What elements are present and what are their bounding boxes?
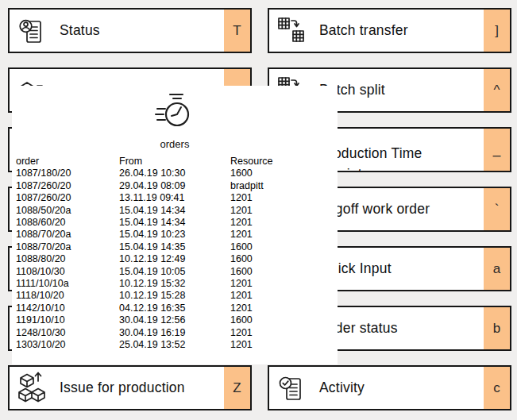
orders-table-row[interactable]: 1248/10/3030.04.19 16:191201 [16, 327, 334, 339]
orders-table-cell: 1201 [230, 339, 334, 351]
order-status-shortcut-badge: b [484, 307, 510, 349]
orders-table-row[interactable]: 1087/180/2026.04.19 10:301600 [16, 168, 334, 179]
stopwatch-icon [155, 92, 195, 135]
activity-check-icon [278, 375, 307, 402]
orders-table-row[interactable]: 1088/70/20a15.04.19 10:231201 [16, 229, 334, 241]
orders-table-cell: 15.04.19 10:23 [119, 229, 230, 241]
orders-table-cell: 1088/80/20 [16, 253, 119, 265]
orders-table-cell: 10.12.19 15:32 [119, 278, 230, 290]
orders-table-row[interactable]: 1087/260/2029.04.19 08:09bradpitt [16, 180, 334, 192]
orders-table-cell: 1201 [230, 290, 334, 302]
orders-popup-header: orders [12, 92, 338, 150]
status-contact-icon [18, 17, 47, 44]
orders-table-cell: 1087/260/20 [16, 180, 119, 192]
orders-table-cell: 1111/10/10a [16, 278, 119, 290]
orders-table-cell: 10.12.19 12:49 [119, 253, 230, 265]
orders-table-cell: 1600 [230, 266, 334, 278]
activity-label: Activity [319, 380, 365, 396]
orders-table-cell: 10.12.19 15:28 [119, 290, 230, 302]
orders-popup: orders order From Resource 1087/180/2026… [12, 86, 338, 364]
orders-table-row[interactable]: 1108/10/3015.04.19 10:051600 [16, 266, 334, 278]
orders-table-header: order From Resource [16, 156, 334, 168]
orders-popup-title: orders [160, 138, 190, 150]
column-header-from: From [119, 156, 230, 168]
orders-table-row[interactable]: 1088/70/20a15.04.19 14:351600 [16, 241, 334, 253]
orders-table-cell: 15.04.19 14:35 [119, 241, 230, 253]
orders-table-row[interactable]: 1142/10/1004.12.19 16:351201 [16, 302, 334, 314]
orders-table-cell: bradpitt [230, 180, 334, 192]
orders-table-cell: 1201 [230, 192, 334, 204]
orders-table-cell: 1248/10/30 [16, 327, 119, 339]
orders-table-cell: 25.04.19 13:52 [119, 339, 230, 351]
orders-table-cell: 1600 [230, 241, 334, 253]
status-shortcut-badge: T [224, 10, 250, 52]
column-header-order: order [16, 156, 119, 168]
orders-table-cell: 1087/260/20 [16, 192, 119, 204]
orders-table-cell: 1201 [230, 217, 334, 229]
orders-table-cell: 1201 [230, 229, 334, 241]
orders-table-cell: 15.04.19 10:05 [119, 266, 230, 278]
status-button-label: Status [60, 22, 100, 39]
orders-table-row[interactable]: 1118/10/2010.12.19 15:281201 [16, 290, 334, 302]
orders-table-row[interactable]: 1087/260/2013.11.19 09:411201 [16, 192, 334, 204]
orders-table-cell: 1088/70/20a [16, 229, 119, 241]
orders-table-cell: 1088/50/20a [16, 205, 119, 217]
orders-table-cell: 26.04.19 10:30 [119, 168, 230, 179]
orders-table-cell: 30.04.19 12:56 [119, 314, 230, 326]
orders-table-row[interactable]: 1303/10/2025.04.19 13:521201 [16, 339, 334, 351]
orders-table-cell: 1088/70/20a [16, 241, 119, 253]
orders-table-cell: 1191/10/10 [16, 314, 119, 326]
batch-transfer-shortcut-badge: ] [484, 10, 510, 52]
orders-table-cell: 1201 [230, 205, 334, 217]
orders-table-body: 1087/180/2026.04.19 10:3016001087/260/20… [16, 168, 334, 351]
activity-inner: Activity c [269, 367, 510, 409]
orders-table-cell: 1118/10/20 [16, 290, 119, 302]
orders-table-cell: 1600 [230, 168, 334, 179]
production-time-label: Production Time receipt [319, 143, 445, 171]
activity-button[interactable]: Activity c [268, 365, 511, 410]
batch-transfer-button[interactable]: Batch transfer ] [268, 8, 511, 53]
orders-table-cell: 15.04.19 14:34 [119, 205, 230, 217]
orders-table-row[interactable]: 1088/60/2015.04.19 14:341201 [16, 217, 334, 229]
production-time-shortcut-badge: _ [484, 129, 510, 171]
batch-split-shortcut-badge: ^ [484, 69, 510, 111]
orders-table-cell: 1600 [230, 314, 334, 326]
status-button[interactable]: Status T [8, 8, 252, 53]
issue-shortcut-badge: Z [224, 367, 250, 409]
quick-input-shortcut-badge: a [484, 248, 510, 290]
orders-table-cell: 1600 [230, 253, 334, 265]
orders-table: order From Resource 1087/180/2026.04.19 … [16, 156, 334, 352]
orders-table-row[interactable]: 1111/10/10a10.12.19 15:321201 [16, 278, 334, 290]
orders-table-cell: 13.11.19 09:41 [119, 192, 230, 204]
orders-table-cell: 15.04.19 14:34 [119, 217, 230, 229]
issue-button-label: Issue for production [60, 380, 185, 396]
orders-table-cell: 30.04.19 16:19 [119, 327, 230, 339]
orders-table-cell: 1201 [230, 278, 334, 290]
logoff-shortcut-badge: ` [484, 188, 510, 230]
orders-table-cell: 04.12.19 16:35 [119, 302, 230, 314]
orders-table-cell: 29.04.19 08:09 [119, 180, 230, 192]
batch-transfer-inner: Batch transfer ] [269, 10, 510, 52]
issue-button-inner: Issue for production Z [10, 367, 250, 409]
column-header-resource: Resource [230, 156, 334, 168]
orders-table-cell: 1201 [230, 302, 334, 314]
orders-table-row[interactable]: 1088/50/20a15.04.19 14:341201 [16, 205, 334, 217]
orders-table-cell: 1201 [230, 327, 334, 339]
issue-for-production-button[interactable]: Issue for production Z [8, 365, 252, 410]
orders-table-cell: 1142/10/10 [16, 302, 119, 314]
orders-table-row[interactable]: 1191/10/1030.04.19 12:561600 [16, 314, 334, 326]
orders-table-cell: 1303/10/20 [16, 339, 119, 351]
status-button-inner: Status T [10, 10, 250, 52]
orders-table-row[interactable]: 1088/80/2010.12.19 12:491600 [16, 253, 334, 265]
orders-table-cell: 1088/60/20 [16, 217, 119, 229]
orders-table-cell: 1108/10/30 [16, 266, 119, 278]
batch-transfer-label: Batch transfer [319, 22, 408, 39]
orders-table-cell: 1087/180/20 [16, 168, 119, 179]
cubes-up-arrow-icon [18, 371, 47, 406]
grid-transfer-icon [278, 17, 307, 44]
activity-shortcut-badge: c [484, 367, 510, 409]
